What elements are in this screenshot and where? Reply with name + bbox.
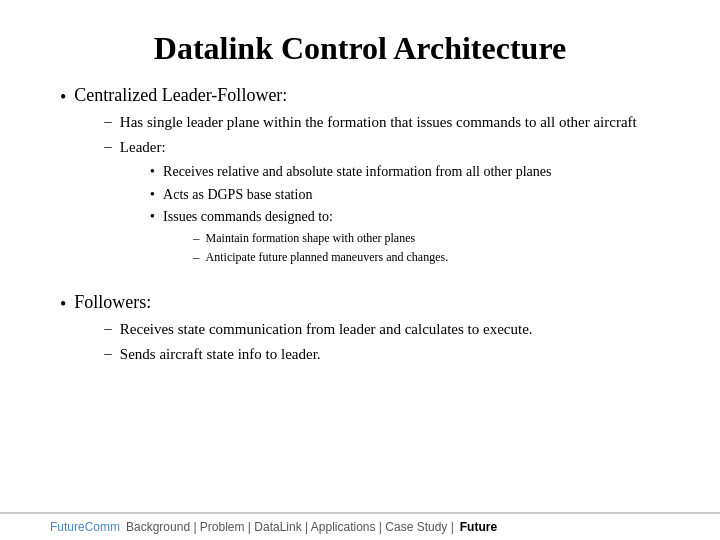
followers-dash1-text: Receives state communication from leader… [120, 319, 533, 340]
dash2-label: Leader: [120, 139, 166, 155]
bullet2-dot: • [60, 294, 66, 315]
leader-dot1: • Receives relative and absolute state i… [150, 162, 552, 182]
followers-dash1: – Receives state communication from lead… [104, 319, 532, 340]
slide-container: Datalink Control Architecture • Centrali… [0, 0, 720, 540]
dash2-symbol: – [104, 138, 112, 155]
dot3-symbol: • [150, 208, 155, 225]
dot3-text: Issues commands designed to: [163, 209, 333, 224]
bullet2-sub-bullets: – Receives state communication from lead… [104, 319, 532, 365]
followers-dash2-text: Sends aircraft state info to leader. [120, 344, 321, 365]
dot2-text: Acts as DGPS base station [163, 185, 312, 205]
dash1-text: Has single leader plane within the forma… [120, 112, 637, 133]
footer-nav-current: Future [460, 520, 497, 534]
slide-title: Datalink Control Architecture [50, 30, 670, 67]
dot2-symbol: • [150, 186, 155, 203]
dash1-symbol: – [104, 113, 112, 130]
sub2-text: Anticipate future planned maneuvers and … [206, 249, 449, 266]
commands-sub-bullets: – Maintain formation shape with other pl… [193, 230, 448, 266]
bullet1-dot: • [60, 87, 66, 108]
bullet1-dash2: – Leader: • Receives relative and absolu… [104, 137, 636, 270]
sub1-symbol: – [193, 230, 200, 246]
sub1-text: Maintain formation shape with other plan… [206, 230, 416, 247]
footer-brand: FutureComm [50, 520, 120, 534]
sub2-symbol: – [193, 249, 200, 265]
bullet1-dash1: – Has single leader plane within the for… [104, 112, 636, 133]
leader-sub-bullets: • Receives relative and absolute state i… [150, 162, 552, 267]
leader-dot2: • Acts as DGPS base station [150, 185, 552, 205]
dot1-text: Receives relative and absolute state inf… [163, 162, 551, 182]
footer-nav: Background | Problem | DataLink | Applic… [126, 520, 454, 534]
leader-dot3: • Issues commands designed to: – Maintai… [150, 207, 552, 267]
content-area: • Centralized Leader-Follower: – Has sin… [50, 85, 670, 480]
bullet1-sub-bullets: – Has single leader plane within the for… [104, 112, 636, 270]
followers-dash1-symbol: – [104, 320, 112, 337]
followers-dash2: – Sends aircraft state info to leader. [104, 344, 532, 365]
commands-sub1: – Maintain formation shape with other pl… [193, 230, 448, 247]
bullet2-label: Followers: [74, 292, 151, 312]
footer-bar: FutureComm Background | Problem | DataLi… [0, 512, 720, 540]
bullet1: • Centralized Leader-Follower: – Has sin… [60, 85, 670, 276]
bullet2: • Followers: – Receives state communicat… [60, 292, 670, 371]
followers-dash2-symbol: – [104, 345, 112, 362]
commands-sub2: – Anticipate future planned maneuvers an… [193, 249, 448, 266]
bullet1-label: Centralized Leader-Follower: [74, 85, 287, 105]
dot1-symbol: • [150, 163, 155, 180]
